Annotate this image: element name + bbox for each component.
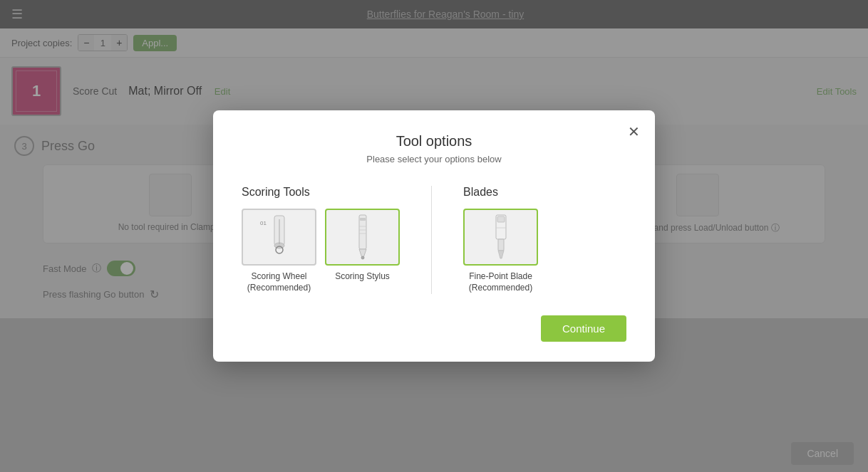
close-icon: ✕ [628,123,640,140]
continue-button[interactable]: Continue [541,315,626,342]
modal-footer: Continue [242,315,626,342]
section-divider [431,186,432,293]
scoring-wheel-svg: 01 [254,212,304,262]
scoring-wheel-label: Scoring Wheel (Recommended) [242,271,316,293]
scoring-stylus-label: Scoring Stylus [335,271,390,283]
fine-point-blade-image [463,209,538,266]
scoring-wheel-card[interactable]: 01 Scoring Wheel (Recommended) [242,209,316,293]
svg-marker-15 [498,251,504,258]
svg-rect-14 [498,239,504,251]
scoring-tools-title: Scoring Tools [242,186,400,199]
tools-sections: Scoring Tools 01 [242,186,626,293]
scoring-tool-cards: 01 Scoring Wheel (Recommended) [242,209,400,293]
fine-point-blade-svg [476,212,526,262]
svg-rect-13 [497,216,505,222]
blades-section: Blades [463,186,538,293]
modal-overlay: ✕ Tool options Please select your option… [0,0,868,472]
modal-close-button[interactable]: ✕ [624,122,644,142]
fine-point-blade-label: Fine-Point Blade (Recommended) [463,271,538,293]
blades-title: Blades [463,186,538,199]
scoring-tools-section: Scoring Tools 01 [242,186,400,293]
scoring-stylus-svg [338,212,388,262]
blade-cards: Fine-Point Blade (Recommended) [463,209,538,293]
svg-rect-6 [360,218,366,221]
scoring-stylus-image [325,209,400,266]
modal-title: Tool options [242,133,626,150]
background-page: ☰ Butterflies for Reagan's Room - tiny P… [0,0,868,472]
svg-point-8 [361,256,364,259]
scoring-stylus-card[interactable]: Scoring Stylus [325,209,400,293]
fine-point-blade-card[interactable]: Fine-Point Blade (Recommended) [463,209,538,293]
svg-text:01: 01 [260,220,267,226]
scoring-wheel-image: 01 [242,209,316,266]
modal-subtitle: Please select your options below [242,154,626,164]
tool-options-modal: ✕ Tool options Please select your option… [213,110,655,361]
